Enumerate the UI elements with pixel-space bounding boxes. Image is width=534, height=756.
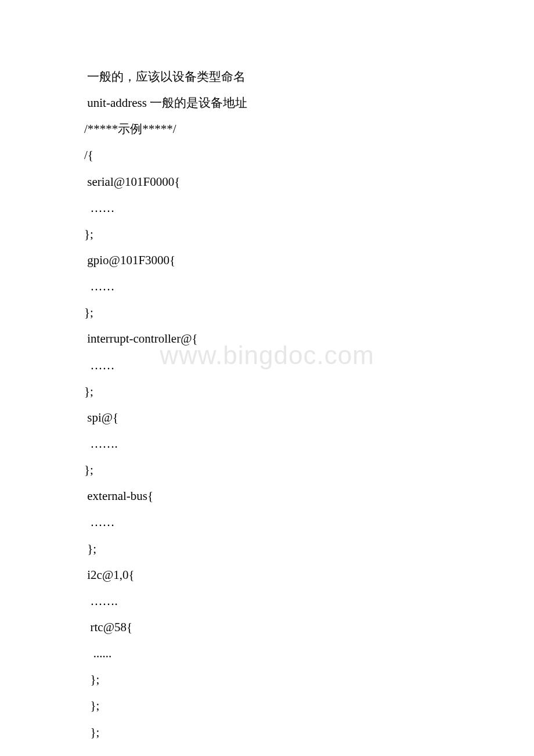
text-line: }; <box>84 379 464 405</box>
text-line: }; <box>84 221 464 247</box>
text-line: ...... <box>84 640 464 667</box>
text-line: external-bus{ <box>84 483 464 509</box>
text-line: }; <box>84 300 464 326</box>
text-line: ……. <box>84 588 464 614</box>
text-line: ……. <box>84 431 464 457</box>
text-line: rtc@58{ <box>84 614 464 640</box>
text-line: unit-address 一般的是设备地址 <box>84 90 464 116</box>
text-line: }; <box>84 719 464 746</box>
text-line: gpio@101F3000{ <box>84 247 464 273</box>
text-line: }; <box>84 457 464 483</box>
text-line: }; <box>84 667 464 693</box>
text-line: …… <box>84 195 464 221</box>
text-line: serial@101F0000{ <box>84 169 464 195</box>
text-line: spi@{ <box>84 405 464 431</box>
text-line: i2c@1,0{ <box>84 562 464 588</box>
document-body: 一般的，应该以设备类型命名 unit-address 一般的是设备地址 /***… <box>84 64 464 746</box>
text-line: }; <box>84 536 464 562</box>
text-line: interrupt-controller@{ <box>84 326 464 352</box>
text-line: /{ <box>84 142 464 168</box>
text-line: …… <box>84 509 464 535</box>
text-line: }; <box>84 693 464 719</box>
text-line: …… <box>84 273 464 300</box>
text-line: /*****示例*****/ <box>84 116 464 142</box>
text-line: …… <box>84 352 464 379</box>
text-line: 一般的，应该以设备类型命名 <box>84 64 464 90</box>
